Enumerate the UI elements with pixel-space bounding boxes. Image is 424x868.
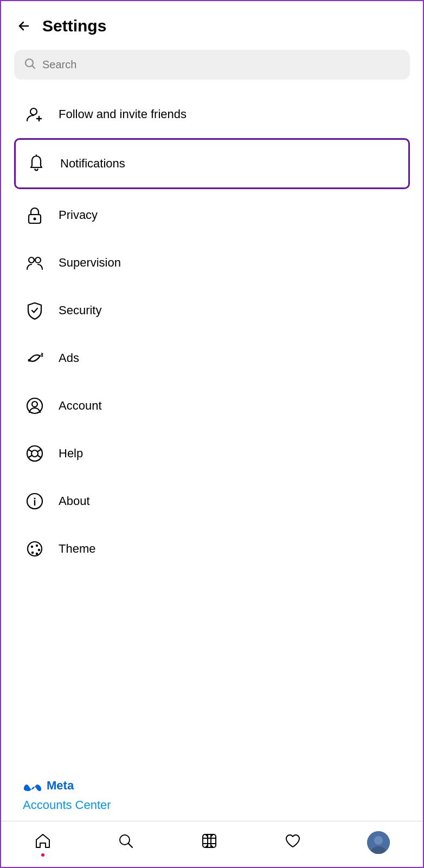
home-notification-dot (41, 853, 44, 857)
nav-item-likes[interactable] (275, 830, 310, 856)
meta-section: Meta Accounts Center (1, 768, 423, 821)
svg-point-24 (374, 836, 383, 845)
meta-logo-icon (23, 780, 42, 791)
svg-point-17 (36, 545, 38, 547)
bottom-nav (1, 821, 423, 867)
page-title: Settings (42, 17, 106, 35)
nav-item-search[interactable] (108, 830, 143, 856)
shield-check-icon (23, 299, 47, 322)
accounts-center-link[interactable]: Accounts Center (23, 798, 401, 812)
search-icon (24, 57, 36, 72)
profile-avatar (367, 831, 390, 854)
supervision-icon (23, 251, 47, 275)
svg-point-7 (28, 359, 31, 362)
svg-point-20 (31, 552, 34, 554)
menu-item-help[interactable]: Help (14, 430, 410, 477)
help-icon (23, 442, 47, 465)
svg-point-11 (31, 450, 38, 457)
lock-icon (23, 203, 47, 227)
header: Settings (1, 1, 423, 44)
account-circle-icon (23, 394, 47, 418)
svg-point-18 (38, 549, 40, 551)
svg-point-10 (27, 446, 42, 461)
menu-item-follow-invite[interactable]: Follow and invite friends (14, 90, 410, 138)
search-bar[interactable] (14, 50, 410, 80)
svg-point-19 (36, 553, 38, 555)
menu-item-label-supervision: Supervision (59, 256, 121, 270)
svg-rect-22 (203, 834, 216, 847)
menu-item-supervision[interactable]: Supervision (14, 239, 410, 287)
meta-logo-text: Meta (47, 779, 74, 793)
menu-item-label-security: Security (59, 303, 101, 318)
search-nav-icon (117, 832, 134, 853)
svg-point-9 (32, 401, 37, 407)
menu-item-theme[interactable]: Theme (14, 525, 410, 573)
svg-point-6 (35, 257, 41, 263)
meta-logo-row: Meta (23, 779, 401, 793)
nav-item-profile[interactable] (358, 829, 399, 856)
menu-item-ads[interactable]: Ads (14, 334, 410, 382)
menu-item-label-ads: Ads (59, 351, 79, 365)
menu-item-label-follow-invite: Follow and invite friends (59, 107, 187, 121)
menu-item-label-help: Help (59, 446, 83, 461)
menu-item-label-about: About (59, 494, 90, 508)
menu-item-about[interactable]: About (14, 477, 410, 525)
bell-icon (24, 152, 48, 176)
add-person-icon (23, 102, 47, 126)
menu-item-privacy[interactable]: Privacy (14, 191, 410, 239)
info-icon (23, 489, 47, 513)
home-icon (34, 832, 52, 853)
svg-point-16 (31, 546, 33, 548)
svg-point-5 (29, 257, 34, 263)
menu-item-security[interactable]: Security (14, 287, 410, 334)
svg-point-15 (28, 542, 42, 556)
heart-icon (284, 832, 301, 853)
menu-list: Follow and invite friends Notifications … (1, 90, 423, 768)
back-button[interactable] (14, 16, 34, 36)
svg-point-13 (34, 498, 36, 500)
search-container (1, 44, 423, 90)
menu-item-label-account: Account (59, 399, 102, 413)
reels-icon (201, 832, 218, 853)
nav-item-home[interactable] (25, 830, 60, 856)
search-input[interactable] (42, 59, 400, 71)
menu-item-notifications[interactable]: Notifications (14, 138, 410, 189)
ads-icon (23, 346, 47, 370)
theme-palette-icon (23, 537, 47, 561)
svg-point-4 (34, 218, 36, 221)
menu-item-label-theme: Theme (59, 542, 95, 556)
menu-item-label-notifications: Notifications (60, 157, 125, 171)
nav-item-reels[interactable] (192, 830, 227, 856)
svg-point-1 (30, 108, 37, 115)
menu-item-label-privacy: Privacy (59, 208, 98, 222)
menu-item-account[interactable]: Account (14, 382, 410, 430)
